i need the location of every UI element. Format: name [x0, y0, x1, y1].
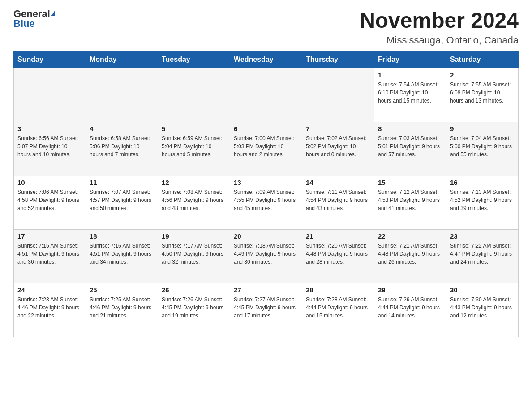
- day-number: 21: [306, 232, 370, 240]
- day-number: 5: [162, 125, 226, 133]
- calendar-cell: 14Sunrise: 7:11 AM Sunset: 4:54 PM Dayli…: [302, 176, 374, 229]
- day-info: Sunrise: 7:12 AM Sunset: 4:53 PM Dayligh…: [378, 188, 442, 212]
- day-info: Sunrise: 6:58 AM Sunset: 5:06 PM Dayligh…: [90, 134, 154, 158]
- calendar-cell: 5Sunrise: 6:59 AM Sunset: 5:04 PM Daylig…: [158, 122, 230, 176]
- day-info: Sunrise: 7:07 AM Sunset: 4:57 PM Dayligh…: [90, 188, 154, 212]
- day-info: Sunrise: 7:11 AM Sunset: 4:54 PM Dayligh…: [306, 188, 370, 212]
- calendar-cell: 26Sunrise: 7:26 AM Sunset: 4:45 PM Dayli…: [158, 283, 230, 337]
- calendar-cell: 28Sunrise: 7:28 AM Sunset: 4:44 PM Dayli…: [302, 283, 374, 337]
- day-number: 9: [450, 125, 515, 133]
- day-info: Sunrise: 7:16 AM Sunset: 4:51 PM Dayligh…: [90, 242, 154, 266]
- calendar-cell: 10Sunrise: 7:06 AM Sunset: 4:58 PM Dayli…: [14, 176, 86, 229]
- day-header-monday: Monday: [86, 51, 158, 68]
- calendar-cell: 21Sunrise: 7:20 AM Sunset: 4:48 PM Dayli…: [302, 229, 374, 283]
- calendar-cell: 6Sunrise: 7:00 AM Sunset: 5:03 PM Daylig…: [230, 122, 302, 176]
- day-info: Sunrise: 7:18 AM Sunset: 4:49 PM Dayligh…: [234, 242, 298, 266]
- day-info: Sunrise: 6:56 AM Sunset: 5:07 PM Dayligh…: [17, 134, 82, 158]
- title-section: November 2024 Mississauga, Ontario, Cana…: [360, 9, 519, 46]
- day-header-wednesday: Wednesday: [230, 51, 302, 68]
- day-number: 17: [17, 232, 82, 240]
- day-number: 3: [17, 125, 82, 133]
- day-number: 14: [306, 179, 370, 186]
- day-number: 12: [162, 179, 226, 186]
- calendar-cell: 8Sunrise: 7:03 AM Sunset: 5:01 PM Daylig…: [374, 122, 446, 176]
- day-info: Sunrise: 7:08 AM Sunset: 4:56 PM Dayligh…: [162, 188, 226, 212]
- day-header-saturday: Saturday: [446, 51, 519, 68]
- day-info: Sunrise: 7:22 AM Sunset: 4:47 PM Dayligh…: [450, 242, 515, 266]
- day-number: 11: [90, 179, 154, 186]
- calendar-cell: 9Sunrise: 7:04 AM Sunset: 5:00 PM Daylig…: [446, 122, 519, 176]
- calendar-cell: 11Sunrise: 7:07 AM Sunset: 4:57 PM Dayli…: [86, 176, 158, 229]
- day-number: 10: [17, 179, 82, 186]
- day-info: Sunrise: 7:00 AM Sunset: 5:03 PM Dayligh…: [234, 134, 298, 158]
- calendar-header-row: SundayMondayTuesdayWednesdayThursdayFrid…: [14, 51, 519, 68]
- week-row-5: 24Sunrise: 7:23 AM Sunset: 4:46 PM Dayli…: [14, 283, 519, 337]
- day-info: Sunrise: 7:03 AM Sunset: 5:01 PM Dayligh…: [378, 134, 442, 158]
- day-number: 1: [378, 71, 442, 79]
- day-info: Sunrise: 7:06 AM Sunset: 4:58 PM Dayligh…: [17, 188, 82, 212]
- day-number: 20: [234, 232, 298, 240]
- day-number: 16: [450, 179, 515, 186]
- day-info: Sunrise: 7:02 AM Sunset: 5:02 PM Dayligh…: [306, 134, 370, 158]
- calendar-cell: 17Sunrise: 7:15 AM Sunset: 4:51 PM Dayli…: [14, 229, 86, 283]
- calendar-cell: [302, 68, 374, 122]
- day-number: 18: [90, 232, 154, 240]
- day-number: 4: [90, 125, 154, 133]
- day-header-thursday: Thursday: [302, 51, 374, 68]
- calendar-cell: 24Sunrise: 7:23 AM Sunset: 4:46 PM Dayli…: [14, 283, 86, 337]
- day-info: Sunrise: 7:09 AM Sunset: 4:55 PM Dayligh…: [234, 188, 298, 212]
- calendar-cell: [14, 68, 86, 122]
- logo-triangle-icon: [51, 10, 55, 16]
- calendar-cell: [86, 68, 158, 122]
- day-info: Sunrise: 7:04 AM Sunset: 5:00 PM Dayligh…: [450, 134, 515, 158]
- page-header: General Blue November 2024 Mississauga, …: [13, 9, 519, 46]
- day-number: 29: [378, 286, 442, 294]
- calendar-cell: 25Sunrise: 7:25 AM Sunset: 4:46 PM Dayli…: [86, 283, 158, 337]
- week-row-4: 17Sunrise: 7:15 AM Sunset: 4:51 PM Dayli…: [14, 229, 519, 283]
- day-info: Sunrise: 7:20 AM Sunset: 4:48 PM Dayligh…: [306, 242, 370, 266]
- day-number: 15: [378, 179, 442, 186]
- week-row-3: 10Sunrise: 7:06 AM Sunset: 4:58 PM Dayli…: [14, 176, 519, 229]
- calendar-cell: 4Sunrise: 6:58 AM Sunset: 5:06 PM Daylig…: [86, 122, 158, 176]
- calendar-subtitle: Mississauga, Ontario, Canada: [360, 34, 519, 46]
- day-number: 26: [162, 286, 226, 294]
- calendar-cell: 16Sunrise: 7:13 AM Sunset: 4:52 PM Dayli…: [446, 176, 519, 229]
- day-info: Sunrise: 7:25 AM Sunset: 4:46 PM Dayligh…: [90, 295, 154, 320]
- day-info: Sunrise: 7:26 AM Sunset: 4:45 PM Dayligh…: [162, 295, 226, 320]
- day-info: Sunrise: 7:54 AM Sunset: 6:10 PM Dayligh…: [378, 81, 442, 105]
- calendar-cell: 18Sunrise: 7:16 AM Sunset: 4:51 PM Dayli…: [86, 229, 158, 283]
- calendar-cell: 1Sunrise: 7:54 AM Sunset: 6:10 PM Daylig…: [374, 68, 446, 122]
- calendar-cell: 2Sunrise: 7:55 AM Sunset: 6:08 PM Daylig…: [446, 68, 519, 122]
- calendar-title: November 2024: [360, 9, 519, 33]
- day-info: Sunrise: 7:55 AM Sunset: 6:08 PM Dayligh…: [450, 81, 515, 105]
- calendar-cell: [158, 68, 230, 122]
- calendar-cell: 23Sunrise: 7:22 AM Sunset: 4:47 PM Dayli…: [446, 229, 519, 283]
- calendar-cell: 15Sunrise: 7:12 AM Sunset: 4:53 PM Dayli…: [374, 176, 446, 229]
- calendar-cell: 3Sunrise: 6:56 AM Sunset: 5:07 PM Daylig…: [14, 122, 86, 176]
- calendar-cell: 7Sunrise: 7:02 AM Sunset: 5:02 PM Daylig…: [302, 122, 374, 176]
- calendar-cell: 13Sunrise: 7:09 AM Sunset: 4:55 PM Dayli…: [230, 176, 302, 229]
- calendar-cell: [230, 68, 302, 122]
- day-header-sunday: Sunday: [14, 51, 86, 68]
- calendar-table: SundayMondayTuesdayWednesdayThursdayFrid…: [13, 51, 519, 337]
- calendar-cell: 30Sunrise: 7:30 AM Sunset: 4:43 PM Dayli…: [446, 283, 519, 337]
- day-number: 13: [234, 179, 298, 186]
- day-number: 7: [306, 125, 370, 133]
- day-number: 2: [450, 71, 515, 79]
- day-number: 28: [306, 286, 370, 294]
- day-header-tuesday: Tuesday: [158, 51, 230, 68]
- calendar-cell: 27Sunrise: 7:27 AM Sunset: 4:45 PM Dayli…: [230, 283, 302, 337]
- week-row-2: 3Sunrise: 6:56 AM Sunset: 5:07 PM Daylig…: [14, 122, 519, 176]
- day-info: Sunrise: 7:29 AM Sunset: 4:44 PM Dayligh…: [378, 295, 442, 320]
- day-info: Sunrise: 7:27 AM Sunset: 4:45 PM Dayligh…: [234, 295, 298, 320]
- day-number: 22: [378, 232, 442, 240]
- day-info: Sunrise: 7:15 AM Sunset: 4:51 PM Dayligh…: [17, 242, 82, 266]
- day-info: Sunrise: 7:17 AM Sunset: 4:50 PM Dayligh…: [162, 242, 226, 266]
- day-number: 8: [378, 125, 442, 133]
- week-row-1: 1Sunrise: 7:54 AM Sunset: 6:10 PM Daylig…: [14, 68, 519, 122]
- calendar-cell: 20Sunrise: 7:18 AM Sunset: 4:49 PM Dayli…: [230, 229, 302, 283]
- day-info: Sunrise: 7:28 AM Sunset: 4:44 PM Dayligh…: [306, 295, 370, 320]
- calendar-cell: 29Sunrise: 7:29 AM Sunset: 4:44 PM Dayli…: [374, 283, 446, 337]
- day-info: Sunrise: 6:59 AM Sunset: 5:04 PM Dayligh…: [162, 134, 226, 158]
- day-info: Sunrise: 7:30 AM Sunset: 4:43 PM Dayligh…: [450, 295, 515, 320]
